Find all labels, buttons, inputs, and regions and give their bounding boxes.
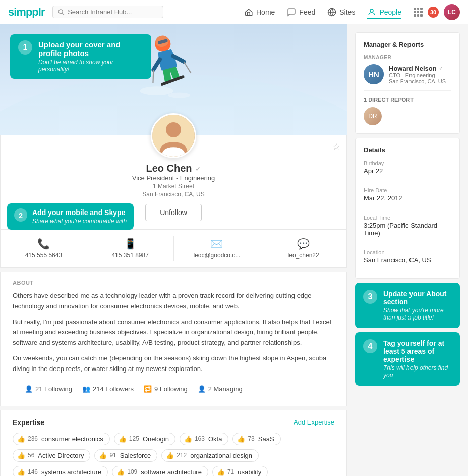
contact-skype: 💬 leo_chen22 [260,236,346,261]
logo[interactable]: simpplr [8,6,44,19]
details-title: Details [364,146,451,154]
onboarding-step3-card: 3 Update your About section Show that yo… [355,283,460,328]
tag-count-3: 73 [248,435,254,442]
mobile-icon: 📱 [124,238,137,250]
direct-report-avatar[interactable]: DR [364,107,382,125]
followers-icon: 👥 [82,385,90,393]
birthday-value: Apr 22 [364,167,451,175]
manager-location: San Francisco, CA, US [389,78,446,84]
stats-row: 👤 21 Following 👥 214 Followers 🔁 9 Follo… [13,380,334,398]
notification-badge[interactable]: 30 [428,7,439,18]
nav-home-label: Home [256,8,275,16]
tag-systems-architecture[interactable]: 👍 146 systems architecture [13,466,108,476]
onboarding-step1: 1 Upload your cover and profile photos D… [10,34,151,79]
location-value: San Francisco, CA, US [364,256,451,264]
tag-label-3: SaaS [258,435,274,443]
nav-feed[interactable]: Feed [287,6,315,19]
skype-value: leo_chen22 [288,252,319,259]
contact-email: ✉️ leoc@goodco.c... [174,236,261,261]
tag-organizational-design[interactable]: 👍 212 organizational design [161,449,259,462]
profile-name: Leo Chen [146,163,192,174]
verified-icon: ✓ [195,165,201,173]
manager-row[interactable]: HN Howard Nelson ✓ CTO - Engineering San… [364,64,451,84]
svg-point-14 [140,86,173,95]
expertise-title: Expertise [13,418,44,427]
tag-like-icon-7: 👍 [17,468,25,476]
mobile-value: 415 351 8987 [111,252,148,259]
tag-label-9: usability [238,468,261,476]
stat-following[interactable]: 👤 21 Following [25,385,72,393]
svg-point-17 [166,122,181,137]
chat-icon [287,8,296,17]
home-icon [244,8,253,17]
email-icon: ✉️ [210,238,223,250]
phone-value: 415 555 5643 [25,252,62,259]
group-following-icon: 🔁 [144,385,152,393]
user-avatar[interactable]: LC [444,4,460,20]
local-time-label: Local Time [364,215,451,221]
profile-address1: 1 Market Street [13,183,334,190]
tag-like-icon-9: 👍 [217,468,225,476]
stat-group-following[interactable]: 🔁 9 Following [144,385,188,393]
add-expertise-link[interactable]: Add Expertise [294,418,334,426]
unfollow-button[interactable]: Unfollow [145,204,202,221]
svg-line-1 [63,13,65,15]
stat-managing[interactable]: 👤 2 Managing [198,385,243,393]
hire-date-label: Hire Date [364,187,451,193]
globe-icon [327,8,336,17]
tag-label-2: Okta [208,435,222,443]
tag-like-icon-6: 👍 [166,452,174,459]
manager-reports-card: Manager & Reports MANAGER HN Howard Nels… [355,32,460,134]
profile-title: Vice President - Engineering [13,174,334,182]
manager-avatar: HN [364,64,384,84]
nav-people-label: People [379,8,401,16]
tag-usability[interactable]: 👍 71 usability [212,466,268,476]
profile-address2: San Francisco, CA, US [13,191,334,198]
profile-avatar-wrap [151,113,196,158]
star-icon[interactable]: ☆ [332,141,340,152]
tag-like-icon-5: 👍 [99,452,107,459]
onboarding-step4-subtitle: This will help others find you [383,364,452,379]
tag-count-0: 236 [28,435,38,442]
page-layout: 1 Upload your cover and profile photos D… [0,24,468,476]
nav-home[interactable]: Home [244,6,275,19]
contact-mobile: 📱 415 351 8987 [87,236,174,261]
tag-like-icon-2: 👍 [184,435,192,443]
tag-active-directory[interactable]: 👍 56 Active Directory [13,449,90,462]
manager-verified-icon: ✓ [439,65,443,72]
about-text-3: On weekends, you can catch me (depending… [13,353,334,375]
direct-report-label: 1 DIRECT REPORT [364,97,451,103]
tag-count-7: 146 [28,468,38,475]
contact-phone: 📞 415 555 5643 [1,236,87,261]
svg-point-0 [59,9,63,13]
tag-salesforce[interactable]: 👍 91 Salesforce [94,449,157,462]
topnav: simpplr Home Feed Sites [0,0,468,24]
group-following-value: 9 Following [154,385,188,393]
search-input[interactable] [68,8,158,16]
profile-name-row: Leo Chen ✓ [13,163,334,174]
tag-onelogin[interactable]: 👍 125 Onelogin [114,433,176,445]
phone-icon: 📞 [37,238,50,250]
search-bar[interactable] [52,6,163,18]
manager-role: CTO - Engineering [389,72,446,78]
tag-okta[interactable]: 👍 163 Okta [180,433,229,445]
onboarding-step4-card: 4 Tag yourself for at least 5 areas of e… [355,332,460,386]
manager-section-label: MANAGER [364,55,451,60]
person-icon [367,8,376,17]
tag-consumer-electronics[interactable]: 👍 236 consumer electronics [13,433,110,445]
tag-like-icon: 👍 [17,435,25,443]
about-label: ABOUT [13,280,334,286]
managing-icon: 👤 [198,385,206,393]
tag-count-9: 71 [227,468,234,475]
top-navigation: Home Feed Sites People [244,6,401,19]
stat-followers[interactable]: 👥 214 Followers [82,385,134,393]
tag-label-7: systems architecture [41,468,101,476]
nav-people[interactable]: People [367,6,401,19]
main-column: 1 Upload your cover and profile photos D… [0,24,347,476]
nav-sites[interactable]: Sites [327,6,355,19]
apps-grid-icon[interactable] [414,8,423,17]
svg-point-3 [370,9,373,12]
tag-saas[interactable]: 👍 73 SaaS [232,433,280,445]
birthday-row: Birthday Apr 22 [364,160,451,175]
tag-software-architecture[interactable]: 👍 109 software architecture [112,466,208,476]
